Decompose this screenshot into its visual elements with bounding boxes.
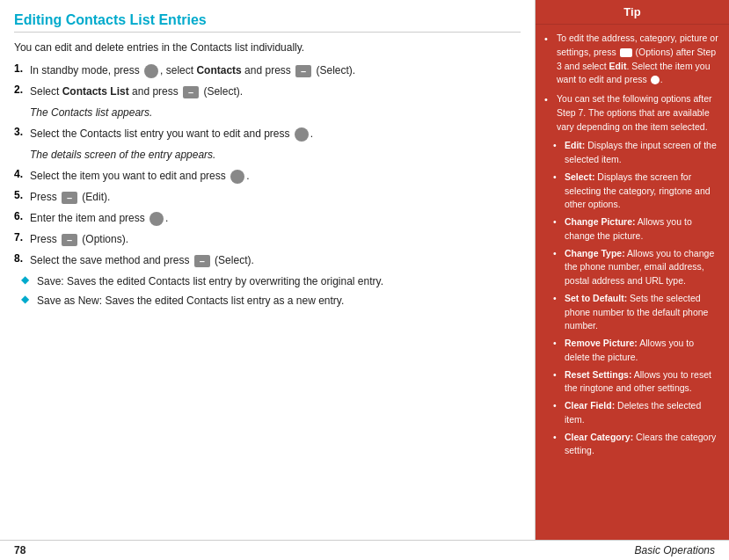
tip-sub-list: • Edit: Displays the input screen of the… [544,139,720,458]
select-icon-8 [194,255,210,267]
tip-sub-dot-9: • [553,431,562,445]
footer-page-num: 78 [14,544,26,556]
tip-sidebar: Tip • To edit the address, category, pic… [536,0,729,540]
step-3-sub: The details screen of the entry appears. [30,147,521,163]
step-2: 2. Select Contacts List and press (Selec… [14,84,521,99]
step-8-num: 8. [14,252,30,265]
step-1-num: 1. [14,62,30,75]
tip-sub-change-type-text: Change Type: Allows you to change the ph… [565,247,720,288]
intro-text: You can edit and delete entries in the C… [14,41,521,54]
tip-sub-set-default-text: Set to Default: Sets the selected phone … [565,292,720,333]
step-5-num: 5. [14,189,30,201]
diamond-icon-2: ◆ [21,293,32,305]
page-title: Editing Contacts List Entries [14,12,521,33]
tip-body: • To edit the address, category, picture… [536,25,729,469]
step-1-content: In standby mode, press , select Contacts… [30,62,355,78]
step-1: 1. In standby mode, press , select Conta… [14,62,521,78]
tip-sub-select-text: Select: Displays the screen for selectin… [565,171,720,212]
circle-icon-1 [144,64,158,78]
tip-sub-clear-field: • Clear Field: Deletes the selected item… [553,399,720,427]
step-3-num: 3. [14,126,30,138]
options-icon-tip [620,48,632,57]
bullet-list: ◆ Save: Saves the edited Contacts list e… [14,273,521,309]
tip-sub-change-picture-text: Change Picture: Allows you to change the… [565,215,720,244]
step-2-num: 2. [14,84,30,96]
options-icon-7 [62,234,77,246]
tip-bullet-1: • To edit the address, category, picture… [544,32,720,87]
step-5-content: Press (Edit). [30,189,110,205]
step-2-content: Select Contacts List and press (Select). [30,84,243,99]
tip-sub-clear-field-text: Clear Field: Deletes the selected item. [565,399,720,427]
tip-sub-dot-7: • [553,368,562,382]
step-3-content: Select the Contacts list entry you want … [30,126,313,142]
step-5: 5. Press (Edit). [14,189,521,205]
tip-sub-remove-picture-text: Remove Picture: Allows you to delete the… [565,337,720,365]
tip-sub-set-default: • Set to Default: Sets the selected phon… [553,292,720,333]
tip-sub-dot-1: • [553,139,562,153]
bullet-save-text: Save: Saves the edited Contacts list ent… [37,273,383,289]
tip-sub-dot-8: • [553,399,562,413]
tip-sub-dot-4: • [553,247,562,261]
step-3: 3. Select the Contacts list entry you wa… [14,126,521,142]
tip-sub-dot-2: • [553,171,562,185]
step-4: 4. Select the item you want to edit and … [14,168,521,184]
tip-bullet-1-text: To edit the address, category, picture o… [557,32,720,87]
bullet-save-as-new-text: Save as New: Saves the edited Contacts l… [37,293,344,309]
footer-section-title: Basic Operations [635,544,715,556]
step-6-content: Enter the item and press . [30,210,168,226]
tip-sub-remove-picture: • Remove Picture: Allows you to delete t… [553,337,720,365]
select-icon-1 [295,65,311,77]
step-6-num: 6. [14,210,30,222]
tip-sub-change-picture: • Change Picture: Allows you to change t… [553,215,720,244]
tip-sub-reset-settings-text: Reset Settings: Allows you to reset the … [565,368,720,396]
circle-icon-3 [295,127,309,142]
tip-dot-2: • [544,92,553,107]
step-8-content: Select the save method and press (Select… [30,252,254,268]
step-7-num: 7. [14,231,30,244]
step-4-num: 4. [14,168,30,180]
circle-icon-4 [230,170,244,184]
tip-sub-edit-text: Edit: Displays the input screen of the s… [565,139,720,167]
select-icon-2 [183,86,199,98]
main-content: Editing Contacts List Entries You can ed… [0,0,536,540]
steps-list: 1. In standby mode, press , select Conta… [14,62,521,268]
tip-dot-1: • [544,32,553,47]
tip-sub-dot-3: • [553,215,562,229]
tip-sub-clear-category-text: Clear Category: Clears the category sett… [565,431,720,459]
circle-icon-tip [651,76,660,84]
step-4-content: Select the item you want to edit and pre… [30,168,249,184]
circle-icon-6 [149,212,164,226]
bullet-save-as-new: ◆ Save as New: Saves the edited Contacts… [14,293,521,309]
tip-sub-select: • Select: Displays the screen for select… [553,171,720,212]
step-2-sub: The Contacts list appears. [30,105,521,120]
tip-bullet-2: • You can set the following options afte… [544,92,720,134]
tip-sub-change-type: • Change Type: Allows you to change the … [553,247,720,288]
page-container: Editing Contacts List Entries You can ed… [0,0,729,540]
bullet-save: ◆ Save: Saves the edited Contacts list e… [14,273,521,289]
step-6: 6. Enter the item and press . [14,210,521,226]
tip-sub-dot-5: • [553,292,562,306]
tip-sub-dot-6: • [553,337,562,351]
step-7: 7. Press (Options). [14,231,521,247]
tip-header: Tip [536,0,729,25]
tip-sub-edit: • Edit: Displays the input screen of the… [553,139,720,167]
step-7-content: Press (Options). [30,231,128,247]
step-8: 8. Select the save method and press (Sel… [14,252,521,268]
tip-sub-reset-settings: • Reset Settings: Allows you to reset th… [553,368,720,396]
diamond-icon-1: ◆ [21,273,32,286]
footer: 78 Basic Operations [0,540,729,560]
edit-icon-5 [62,192,77,204]
tip-bullet-2-text: You can set the following options after … [557,92,720,134]
tip-sub-clear-category: • Clear Category: Clears the category se… [553,431,720,459]
